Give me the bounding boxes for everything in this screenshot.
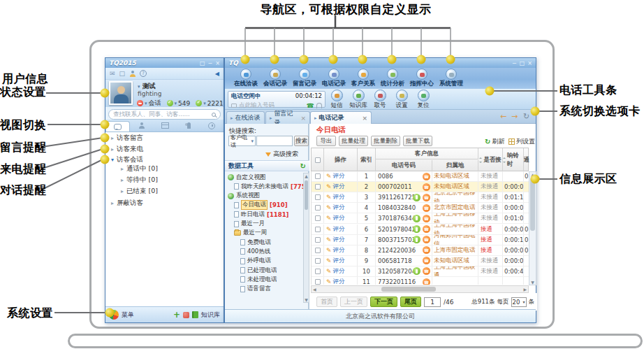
- row-checkbox[interactable]: [315, 227, 321, 232]
- score-link[interactable]: 评分: [333, 278, 345, 285]
- refresh-icon[interactable]: ↻: [523, 113, 529, 120]
- call-record-row[interactable]: ✎评分53701876344☎上海上海中国移动未接通0:01:07: [312, 213, 529, 224]
- horizontal-scrollbar[interactable]: ◀ ▶: [311, 285, 529, 293]
- visitor-tree-item[interactable]: ▸屏蔽访客: [105, 198, 224, 208]
- edit-icon[interactable]: ✎: [326, 183, 332, 190]
- data-view-item[interactable]: 未处理电话: [225, 275, 303, 284]
- menu-button[interactable]: 菜单: [122, 311, 134, 320]
- col-talk-time[interactable]: 通: [524, 148, 529, 171]
- sort-icon[interactable]: [503, 157, 506, 163]
- edit-icon[interactable]: ✎: [326, 204, 332, 211]
- call-record-row[interactable]: ✎评分10086☎未知电话区域未接通0: [312, 171, 529, 182]
- score-link[interactable]: 评分: [333, 257, 345, 265]
- scroll-down-icon[interactable]: ▼: [530, 280, 535, 285]
- nav-item-5[interactable]: 客户关系: [349, 69, 377, 88]
- call-record-row[interactable]: ✎评分2000702011☎未知电话区域未接通0:00:07: [312, 182, 529, 192]
- avatar[interactable]: [109, 81, 133, 105]
- tab-contacts[interactable]: [130, 120, 153, 131]
- tab-groups[interactable]: [177, 120, 200, 131]
- tree-expand-icon[interactable]: ▸: [121, 188, 124, 194]
- score-link[interactable]: 评分: [333, 172, 345, 180]
- call-record-row[interactable]: ✎评分33911261725☎北京北京中国移动未接通0:01:12: [312, 192, 529, 203]
- tree-expand-icon[interactable]: ▸: [121, 166, 124, 172]
- col-phone-number[interactable]: 电话号码: [376, 160, 432, 171]
- user-status-icon[interactable]: [129, 71, 136, 77]
- online-check-icon[interactable]: [167, 100, 173, 106]
- score-link[interactable]: 评分: [333, 214, 345, 222]
- scrollbar-thumb[interactable]: [530, 178, 535, 231]
- call-record-row[interactable]: ✎评分82124220036☎上海市固定电话接通0:00:090: [312, 245, 529, 256]
- refresh-views-icon[interactable]: ↻: [300, 162, 306, 170]
- nav-item-8[interactable]: 系统管理: [437, 69, 465, 88]
- tab-conversations[interactable]: [105, 121, 130, 131]
- row-checkbox[interactable]: [315, 205, 321, 211]
- phone-number-input[interactable]: 点此输入号码: [239, 101, 275, 110]
- select-all-checkbox[interactable]: [312, 148, 324, 171]
- score-link[interactable]: 评分: [333, 246, 345, 255]
- restore-button[interactable]: □: [200, 60, 205, 66]
- scroll-up-icon[interactable]: ▲: [304, 173, 309, 178]
- refresh-button[interactable]: ↻刷新: [485, 137, 504, 146]
- counter-1[interactable]: 549: [178, 100, 190, 107]
- nav-item-7[interactable]: 指挥中心: [408, 69, 436, 88]
- scroll-left-icon[interactable]: ◀: [313, 287, 316, 292]
- scrollbar-thumb[interactable]: [305, 180, 308, 210]
- call-record-row[interactable]: ✎评分65201978042☎上海上海中国移动接通0:00:090: [312, 225, 529, 235]
- row-checkbox[interactable]: [315, 248, 321, 253]
- counter-2[interactable]: 2221: [207, 100, 224, 107]
- scroll-down-icon[interactable]: ▼: [304, 297, 309, 302]
- data-view-item[interactable]: 系统视图: [225, 192, 303, 201]
- batch-button-1[interactable]: 导出: [316, 136, 336, 146]
- data-view-item[interactable]: 最近一周: [225, 229, 303, 238]
- data-view-item[interactable]: 自定义视图: [225, 173, 303, 182]
- edit-icon[interactable]: ✎: [326, 215, 332, 222]
- row-checkbox[interactable]: [315, 194, 321, 200]
- search-input[interactable]: 查找联系人、同事、访客......: [108, 109, 221, 120]
- phone-tool-button-3[interactable]: 取号: [369, 90, 390, 109]
- phone-tool-button-5[interactable]: 复位: [413, 90, 434, 109]
- col-answered[interactable]: 是否接: [478, 148, 503, 171]
- col-ring-time[interactable]: 响铃时: [503, 148, 524, 171]
- edit-icon[interactable]: ✎: [326, 257, 332, 264]
- row-checkbox[interactable]: [315, 258, 321, 264]
- visitor-tree-item[interactable]: ▸已结束 [0]: [105, 186, 224, 197]
- tab-close-icon[interactable]: ×: [362, 115, 367, 122]
- edit-icon[interactable]: ✎: [326, 226, 332, 233]
- first-page-button[interactable]: 首页: [316, 297, 337, 307]
- search-button[interactable]: 搜索: [294, 136, 309, 146]
- data-view-item[interactable]: 我昨天的未接电话[775]: [225, 182, 303, 191]
- phone-tool-button-1[interactable]: 短信: [326, 90, 347, 109]
- edit-icon[interactable]: ✎: [326, 236, 332, 243]
- sort-icon[interactable]: [479, 157, 483, 163]
- page-number-input[interactable]: 1: [424, 297, 441, 307]
- score-link[interactable]: 评分: [333, 204, 345, 212]
- search-field-select[interactable]: 客户电话▾: [228, 136, 256, 146]
- visitor-tree-item[interactable]: ▸访客留言: [105, 133, 224, 143]
- knowledge-base-button[interactable]: 知识库: [201, 311, 220, 320]
- scrollbar-thumb[interactable]: [381, 287, 436, 292]
- data-view-item[interactable]: 最近一月: [225, 220, 303, 229]
- data-view-item[interactable]: 400热线: [225, 247, 303, 256]
- col-operation[interactable]: 操作: [324, 148, 358, 171]
- edit-icon[interactable]: ✎: [326, 194, 332, 201]
- vertical-scrollbar[interactable]: ▲ ▼: [529, 171, 536, 285]
- call-record-row[interactable]: ✎评分103120587204☎上海上海中国联通未接通0:00:48: [312, 266, 529, 277]
- dial-icon[interactable]: ☎: [307, 103, 314, 108]
- collapse-arrow-icon[interactable]: ◀: [215, 71, 219, 77]
- tab-close-icon[interactable]: ×: [300, 115, 306, 122]
- batch-button-2[interactable]: 批量处理: [339, 136, 368, 146]
- window-icon[interactable]: □: [119, 70, 126, 77]
- row-checkbox[interactable]: [315, 215, 321, 221]
- chevron-down-icon[interactable]: ▾: [145, 101, 147, 106]
- visitor-tree-item[interactable]: ▸通话中 [0]: [105, 164, 224, 174]
- data-view-item[interactable]: 外呼电话: [225, 257, 303, 266]
- data-view-item[interactable]: 语音留言: [225, 285, 303, 294]
- chevron-down-icon[interactable]: ▾: [203, 101, 206, 106]
- tree-expand-icon[interactable]: ▸: [121, 177, 124, 183]
- data-view-item[interactable]: 已处理电话: [225, 266, 303, 275]
- minimize-button[interactable]: −: [208, 60, 213, 66]
- busy-status-icon[interactable]: [137, 100, 143, 106]
- minimize-button[interactable]: −: [512, 60, 517, 66]
- batch-button-3[interactable]: 批量删除: [371, 136, 400, 146]
- edit-icon[interactable]: ✎: [326, 173, 332, 180]
